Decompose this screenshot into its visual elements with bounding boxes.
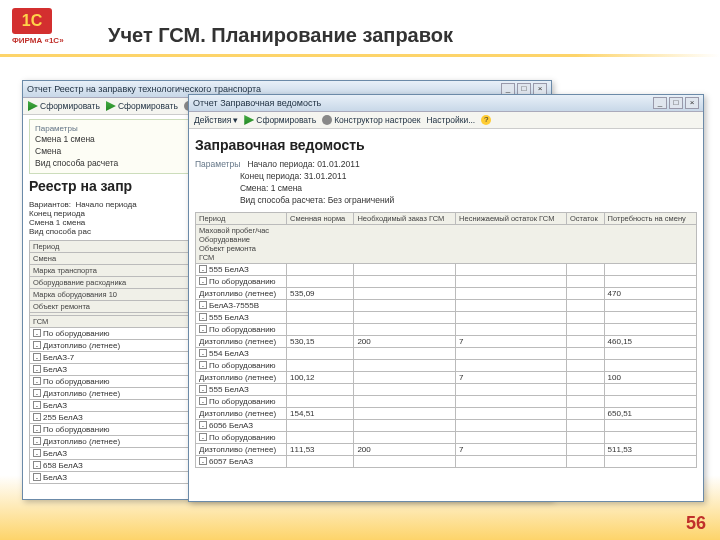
- tree-toggle[interactable]: -: [33, 389, 41, 397]
- table-row[interactable]: -По оборудованию: [196, 275, 697, 287]
- tree-toggle[interactable]: -: [33, 341, 41, 349]
- gear-icon: [322, 115, 332, 125]
- settings-button[interactable]: Настройки...: [426, 115, 475, 125]
- help-button[interactable]: ?: [481, 115, 491, 125]
- window-titlebar[interactable]: Отчет Заправочная ведомость _ □ ×: [189, 95, 703, 112]
- table-row[interactable]: -По оборудованию: [196, 431, 697, 443]
- play-icon: [244, 115, 254, 125]
- tree-toggle[interactable]: -: [199, 301, 207, 309]
- constructor-button[interactable]: Конструктор настроек: [322, 115, 420, 125]
- tree-toggle[interactable]: -: [199, 421, 207, 429]
- table-row[interactable]: -6057 БелАЗ: [196, 455, 697, 467]
- tree-toggle[interactable]: -: [199, 265, 207, 273]
- col-header: Период: [196, 212, 287, 224]
- window-statement: Отчет Заправочная ведомость _ □ × Действ…: [188, 94, 704, 502]
- logo-badge: 1C: [12, 8, 52, 34]
- tree-toggle[interactable]: -: [199, 385, 207, 393]
- tree-toggle[interactable]: -: [199, 325, 207, 333]
- play-icon: [28, 101, 38, 111]
- table-row[interactable]: Дизтопливо (летнее)154,51650,51: [196, 407, 697, 419]
- param-block: Параметры Начало периода: 01.01.2011 Кон…: [195, 159, 697, 207]
- tree-toggle[interactable]: -: [33, 401, 41, 409]
- tree-toggle[interactable]: -: [33, 461, 41, 469]
- tree-toggle[interactable]: -: [33, 425, 41, 433]
- tree-toggle[interactable]: -: [33, 437, 41, 445]
- slide-title: Учет ГСМ. Планирование заправок: [108, 24, 453, 47]
- tree-toggle[interactable]: -: [33, 377, 41, 385]
- table-row[interactable]: -БелАЗ-7555В: [196, 299, 697, 311]
- minimize-button[interactable]: _: [653, 97, 667, 109]
- window-title-text: Отчет Заправочная ведомость: [193, 98, 321, 108]
- tree-toggle[interactable]: -: [199, 349, 207, 357]
- play-icon: [106, 101, 116, 111]
- table-row[interactable]: -554 БелАЗ: [196, 347, 697, 359]
- toolbar: Действия ▾ Сформировать Конструктор наст…: [189, 112, 703, 129]
- tree-toggle[interactable]: -: [199, 313, 207, 321]
- tree-toggle[interactable]: -: [33, 353, 41, 361]
- table-row[interactable]: -555 БелАЗ: [196, 311, 697, 323]
- col-header: Сменная норма: [287, 212, 354, 224]
- help-icon: ?: [481, 115, 491, 125]
- table-row[interactable]: Дизтопливо (летнее)530,152007460,15: [196, 335, 697, 347]
- tree-toggle[interactable]: -: [199, 433, 207, 441]
- table-row[interactable]: -По оборудованию: [196, 323, 697, 335]
- report-title: Заправочная ведомость: [195, 137, 697, 153]
- col-header: Неснижаемый остаток ГСМ: [456, 212, 567, 224]
- tree-toggle[interactable]: -: [33, 473, 41, 481]
- tree-toggle[interactable]: -: [199, 277, 207, 285]
- window-title-text: Отчет Реестр на заправку технологическог…: [27, 84, 261, 94]
- statement-table: ПериодСменная нормаНеобходимый заказ ГСМ…: [195, 212, 697, 468]
- close-button[interactable]: ×: [685, 97, 699, 109]
- table-row[interactable]: Дизтопливо (летнее)535,09470: [196, 287, 697, 299]
- tree-toggle[interactable]: -: [33, 365, 41, 373]
- title-underline: [0, 54, 720, 57]
- table-row[interactable]: -6056 БелАЗ: [196, 419, 697, 431]
- logo-subtext: ФИРМА «1С»: [12, 36, 80, 45]
- maximize-button[interactable]: □: [669, 97, 683, 109]
- tree-toggle[interactable]: -: [199, 457, 207, 465]
- col-header: Остаток: [566, 212, 604, 224]
- col-header: Необходимый заказ ГСМ: [354, 212, 456, 224]
- tree-toggle[interactable]: -: [199, 397, 207, 405]
- tree-toggle[interactable]: -: [33, 413, 41, 421]
- tree-toggle[interactable]: -: [33, 329, 41, 337]
- table-row[interactable]: Дизтопливо (летнее)100,127100: [196, 371, 697, 383]
- run-button[interactable]: Сформировать: [244, 115, 316, 125]
- table-row[interactable]: -555 БелАЗ: [196, 263, 697, 275]
- actions-menu[interactable]: Действия ▾: [194, 115, 238, 125]
- col-header: Потребность на смену: [604, 212, 696, 224]
- table-row[interactable]: -555 БелАЗ: [196, 383, 697, 395]
- table-row[interactable]: -По оборудованию: [196, 395, 697, 407]
- run-button[interactable]: Сформировать: [28, 101, 100, 111]
- tree-toggle[interactable]: -: [199, 361, 207, 369]
- done-button[interactable]: Сформировать: [106, 101, 178, 111]
- tree-toggle[interactable]: -: [33, 449, 41, 457]
- page-number: 56: [686, 513, 706, 534]
- table-row[interactable]: Дизтопливо (летнее)111,532007511,53: [196, 443, 697, 455]
- table-row[interactable]: -По оборудованию: [196, 359, 697, 371]
